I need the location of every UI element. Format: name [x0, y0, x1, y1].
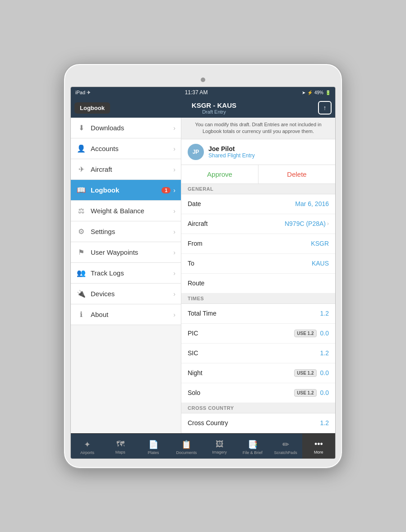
- scratchpads-icon: ✏: [282, 440, 289, 449]
- share-button[interactable]: ↑: [318, 101, 332, 115]
- aircraft-row[interactable]: Aircraft N979C (P28A) ›: [181, 214, 335, 234]
- sidebar-item-weight-balance[interactable]: ⚖ Weight & Balance ›: [71, 201, 181, 221]
- aircraft-label: Aircraft: [188, 220, 285, 227]
- pilot-avatar: JP: [188, 144, 204, 160]
- chevron-icon: ›: [173, 145, 175, 152]
- sidebar-label-logbook: Logbook: [91, 186, 161, 194]
- sic-value: 1.2: [320, 349, 329, 357]
- logbook-icon: 📖: [76, 186, 86, 194]
- sic-label: SIC: [188, 349, 320, 357]
- documents-icon: 📋: [181, 440, 191, 449]
- chevron-icon: ›: [173, 166, 175, 173]
- to-value: KAUS: [312, 260, 329, 267]
- documents-tab-label: Documents: [176, 450, 197, 455]
- tab-bar: ✦ Airports 🗺 Maps 📄 Plates 📋 Documents 🖼…: [71, 433, 335, 459]
- pic-use-badge[interactable]: USE 1.2: [294, 330, 316, 337]
- sidebar-label-aircraft: Aircraft: [91, 165, 173, 173]
- file-brief-icon: 📑: [248, 440, 258, 449]
- solo-row: Solo USE 1.2 0.0: [181, 383, 335, 403]
- sidebar-label-downloads: Downloads: [91, 124, 173, 132]
- sidebar-item-accounts[interactable]: 👤 Accounts ›: [71, 138, 181, 159]
- camera: [201, 78, 205, 82]
- total-time-label: Total Time: [188, 310, 320, 317]
- cross-country-label: Cross Country: [188, 419, 320, 427]
- status-bar: iPad ✈ 11:37 AM ➤ ⚡ 49% 🔋: [71, 87, 335, 98]
- from-row: From KSGR: [181, 234, 335, 254]
- tab-scratchpads[interactable]: ✏ ScratchPads: [269, 434, 302, 459]
- to-row: To KAUS: [181, 254, 335, 274]
- solo-use-badge[interactable]: USE 1.2: [294, 389, 316, 397]
- tab-imagery[interactable]: 🖼 Imagery: [203, 434, 236, 459]
- sidebar-label-user-waypoints: User Waypoints: [91, 248, 173, 256]
- solo-value: 0.0: [320, 389, 329, 396]
- airports-icon: ✦: [84, 440, 91, 449]
- section-cross-country-header: CROSS COUNTRY: [181, 403, 335, 413]
- bluetooth-icon: ⚡: [307, 90, 313, 95]
- tab-more[interactable]: ••• More: [302, 434, 335, 459]
- action-row: Approve Delete: [181, 165, 335, 184]
- delete-button[interactable]: Delete: [258, 165, 335, 183]
- aircraft-icon: ✈: [76, 165, 86, 174]
- tab-documents[interactable]: 📋 Documents: [170, 434, 203, 459]
- sidebar-label-devices: Devices: [91, 290, 173, 298]
- draft-notice: You can modify this draft. Draft Entries…: [181, 118, 335, 139]
- pic-value: 0.0: [320, 330, 329, 337]
- imagery-icon: 🖼: [216, 440, 224, 449]
- tab-file-brief[interactable]: 📑 File & Brief: [236, 434, 269, 459]
- logbook-nav-button[interactable]: Logbook: [74, 102, 110, 114]
- date-label: Date: [188, 200, 295, 207]
- sidebar-item-downloads[interactable]: ⬇ Downloads ›: [71, 118, 181, 138]
- accounts-icon: 👤: [76, 144, 86, 153]
- total-time-value: 1.2: [320, 310, 329, 317]
- pic-label: PIC: [188, 330, 294, 337]
- sidebar-label-track-logs: Track Logs: [91, 269, 173, 277]
- solo-label: Solo: [188, 389, 294, 396]
- battery-label: 49%: [314, 90, 323, 95]
- route-label: Route: [188, 280, 329, 287]
- tab-airports[interactable]: ✦ Airports: [71, 434, 104, 459]
- status-left: iPad ✈: [75, 90, 91, 96]
- status-time: 11:37 AM: [185, 89, 208, 96]
- chevron-icon: ›: [173, 187, 175, 194]
- nav-title: KSGR - KAUS: [113, 101, 315, 109]
- airports-tab-label: Airports: [80, 450, 94, 455]
- battery-icon: 🔋: [325, 90, 331, 95]
- night-label: Night: [188, 369, 294, 376]
- detail-panel: You can modify this draft. Draft Entries…: [181, 118, 335, 433]
- imagery-tab-label: Imagery: [212, 450, 227, 454]
- ipad-device: iPad ✈ 11:37 AM ➤ ⚡ 49% 🔋 Logbook KSGR -…: [63, 63, 343, 469]
- plates-icon: 📄: [148, 440, 158, 449]
- nav-subtitle: Draft Entry: [113, 109, 315, 115]
- from-value: KSGR: [311, 240, 329, 247]
- more-tab-label: More: [314, 450, 323, 454]
- cross-country-row: Cross Country 1.2: [181, 413, 335, 433]
- plates-tab-label: Plates: [148, 450, 159, 455]
- sidebar-item-aircraft[interactable]: ✈ Aircraft ›: [71, 159, 181, 180]
- chevron-icon: ›: [173, 124, 175, 132]
- chevron-icon: ›: [173, 311, 175, 318]
- pilot-subtitle: Shared Flight Entry: [208, 152, 255, 159]
- sidebar-item-user-waypoints[interactable]: ⚑ User Waypoints ›: [71, 242, 181, 263]
- sidebar-item-track-logs[interactable]: 👥 Track Logs ›: [71, 263, 181, 284]
- sidebar-item-devices[interactable]: 🔌 Devices ›: [71, 284, 181, 304]
- approve-button[interactable]: Approve: [181, 165, 258, 183]
- more-icon: •••: [314, 440, 323, 449]
- chevron-icon: ›: [173, 249, 175, 256]
- night-row: Night USE 1.2 0.0: [181, 363, 335, 383]
- sidebar-label-weight-balance: Weight & Balance: [91, 207, 173, 215]
- logbook-badge: 1: [161, 187, 171, 193]
- sidebar-item-about[interactable]: ℹ About ›: [71, 304, 181, 325]
- sidebar-item-logbook[interactable]: 📖 Logbook 1 ›: [71, 180, 181, 201]
- chevron-icon: ›: [173, 270, 175, 277]
- maps-tab-label: Maps: [115, 450, 125, 454]
- tab-maps[interactable]: 🗺 Maps: [104, 434, 137, 459]
- tab-plates[interactable]: 📄 Plates: [137, 434, 170, 459]
- file-brief-tab-label: File & Brief: [243, 450, 263, 455]
- night-use-badge[interactable]: USE 1.2: [294, 369, 316, 377]
- downloads-icon: ⬇: [76, 124, 86, 132]
- maps-icon: 🗺: [116, 440, 125, 449]
- track-logs-icon: 👥: [76, 269, 86, 277]
- sidebar-label-about: About: [91, 311, 173, 318]
- sidebar-item-settings[interactable]: ⚙ Settings ›: [71, 221, 181, 242]
- nav-title-block: KSGR - KAUS Draft Entry: [113, 101, 315, 115]
